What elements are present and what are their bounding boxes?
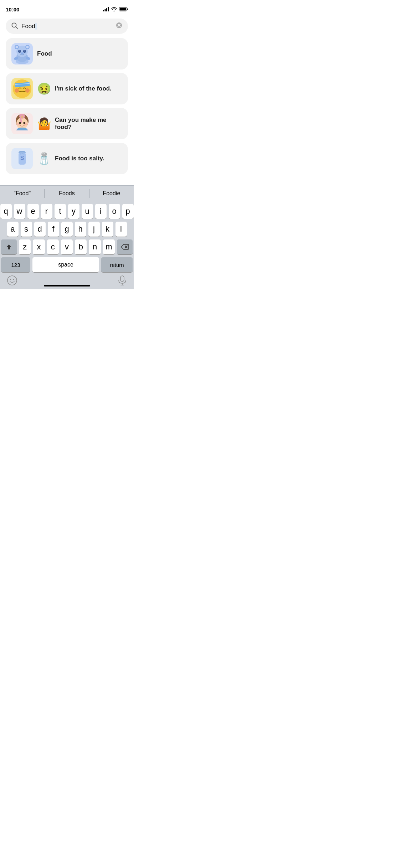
result-avatar-4: S — [11, 148, 33, 169]
predictive-item-2[interactable]: Foodie — [89, 186, 134, 201]
svg-rect-1 — [105, 9, 106, 12]
signal-icon — [103, 7, 109, 11]
key-d[interactable]: d — [34, 222, 46, 237]
status-bar: 10:00 — [0, 0, 134, 16]
svg-rect-50 — [120, 276, 124, 281]
key-z[interactable]: z — [19, 239, 31, 254]
key-row-1: q w e r t y u i o p — [1, 204, 133, 219]
svg-point-19 — [16, 46, 18, 48]
svg-point-42 — [20, 154, 21, 155]
home-indicator — [44, 285, 90, 286]
key-w[interactable]: w — [14, 204, 25, 219]
key-shift[interactable] — [1, 239, 17, 254]
key-n[interactable]: n — [89, 239, 101, 254]
key-y[interactable]: y — [68, 204, 79, 219]
svg-point-49 — [13, 279, 14, 280]
key-r[interactable]: r — [41, 204, 52, 219]
svg-point-23 — [20, 51, 21, 52]
search-icon — [11, 22, 18, 30]
svg-point-20 — [26, 46, 29, 48]
key-v[interactable]: v — [61, 239, 73, 254]
svg-point-25 — [21, 52, 24, 55]
svg-point-47 — [7, 276, 17, 285]
result-avatar-2 — [11, 78, 33, 99]
result-content-3: 🤷 Can you make me food? — [37, 117, 122, 131]
svg-point-29 — [15, 88, 19, 93]
key-i[interactable]: i — [95, 204, 107, 219]
search-clear-button[interactable] — [116, 22, 122, 30]
key-h[interactable]: h — [75, 222, 86, 237]
result-item-2[interactable]: 🤢 I'm sick of the food. — [6, 73, 128, 104]
key-t[interactable]: t — [55, 204, 66, 219]
key-u[interactable]: u — [82, 204, 93, 219]
key-a[interactable]: a — [7, 222, 19, 237]
result-text-2: I'm sick of the food. — [55, 85, 112, 92]
key-delete[interactable] — [117, 239, 133, 254]
result-text-1: Food — [37, 50, 52, 57]
key-k[interactable]: k — [102, 222, 113, 237]
result-content-2: 🤢 I'm sick of the food. — [37, 83, 122, 94]
svg-point-30 — [25, 88, 30, 93]
result-avatar-3 — [11, 113, 33, 134]
result-item-4[interactable]: S 🧂 Food is too salty. — [6, 143, 128, 174]
key-b[interactable]: b — [75, 239, 87, 254]
keyboard-area: "Food" Foods Foodie q w e r t y u i o p … — [0, 185, 134, 289]
battery-icon — [119, 7, 128, 11]
key-g[interactable]: g — [61, 222, 73, 237]
result-content-1: Food — [37, 50, 122, 57]
emoji-picker-button[interactable] — [7, 275, 17, 288]
key-return[interactable]: return — [101, 257, 133, 272]
result-avatar-1 — [11, 43, 33, 64]
result-emoji-3: 🤷 — [37, 118, 51, 129]
search-input[interactable]: Food — [21, 23, 112, 30]
status-icons — [103, 7, 128, 11]
key-row-4: 123 space return — [1, 257, 133, 272]
key-p[interactable]: p — [122, 204, 134, 219]
key-m[interactable]: m — [103, 239, 115, 254]
key-space[interactable]: space — [32, 257, 99, 272]
results-list: Food 🤢 I'm sick of the foo — [0, 38, 134, 174]
svg-point-43 — [22, 153, 23, 154]
svg-rect-2 — [106, 8, 107, 11]
svg-point-38 — [24, 122, 25, 124]
key-s[interactable]: s — [21, 222, 32, 237]
svg-point-37 — [19, 122, 21, 124]
bottom-bar — [0, 274, 134, 289]
key-row-2: a s d f g h j k l — [1, 222, 133, 237]
svg-point-44 — [24, 154, 25, 155]
key-q[interactable]: q — [0, 204, 12, 219]
search-container: Food — [0, 16, 134, 38]
result-item-3[interactable]: 🤷 Can you make me food? — [6, 108, 128, 139]
key-e[interactable]: e — [27, 204, 39, 219]
key-row-3: z x c v b n m — [1, 239, 133, 254]
svg-rect-6 — [120, 8, 126, 11]
search-bar[interactable]: Food — [6, 19, 128, 34]
svg-rect-3 — [108, 7, 109, 11]
keyboard-rows: q w e r t y u i o p a s d f g h j k l — [0, 201, 134, 274]
svg-text:S: S — [20, 155, 24, 161]
result-item-1[interactable]: Food — [6, 38, 128, 69]
result-emoji-4: 🧂 — [37, 153, 51, 164]
result-emoji-2: 🤢 — [37, 83, 51, 94]
svg-rect-5 — [127, 9, 128, 10]
svg-line-8 — [16, 27, 17, 29]
status-time: 10:00 — [6, 6, 19, 12]
svg-point-48 — [10, 279, 11, 280]
result-text-3: Can you make me food? — [55, 117, 122, 131]
predictive-bar: "Food" Foods Foodie — [0, 185, 134, 201]
wifi-icon — [111, 7, 117, 11]
microphone-button[interactable] — [118, 275, 127, 288]
key-o[interactable]: o — [109, 204, 120, 219]
key-l[interactable]: l — [115, 222, 127, 237]
key-c[interactable]: c — [47, 239, 59, 254]
key-123[interactable]: 123 — [1, 257, 30, 272]
result-content-4: 🧂 Food is too salty. — [37, 153, 122, 164]
svg-point-24 — [25, 51, 26, 52]
predictive-item-1[interactable]: Foods — [45, 186, 89, 201]
key-j[interactable]: j — [88, 222, 100, 237]
key-f[interactable]: f — [48, 222, 59, 237]
svg-rect-0 — [103, 10, 104, 11]
result-text-4: Food is too salty. — [55, 155, 104, 162]
key-x[interactable]: x — [33, 239, 45, 254]
predictive-item-0[interactable]: "Food" — [0, 186, 44, 201]
